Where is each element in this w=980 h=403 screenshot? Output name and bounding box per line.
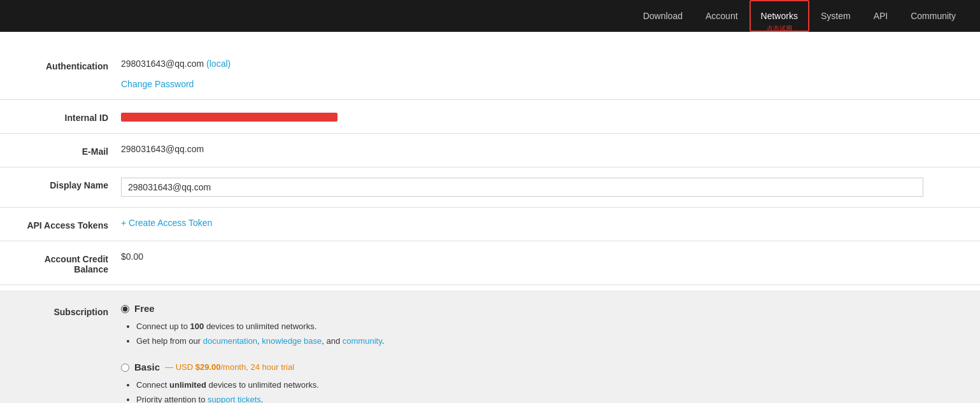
nav-download[interactable]: Download (632, 0, 694, 32)
plan-basic-price: — USD $29.00/month, 24 hour trial (165, 362, 294, 372)
plan-basic-features: Connect unlimited devices to unlimited n… (121, 378, 967, 403)
plan-free-features: Connect up to 100 devices to unlimited n… (121, 319, 967, 349)
nav-system[interactable]: System (809, 0, 862, 32)
main-content: Authentication 298031643@qq.com (local) … (0, 32, 980, 403)
nav-account[interactable]: Account (694, 0, 749, 32)
plan-basic-header: Basic — USD $29.00/month, 24 hour trial (121, 362, 967, 372)
plan-basic-feature-2: Priority attention to support tickets. (136, 392, 967, 403)
credit-balance-value: $0.00 (121, 251, 967, 262)
plan-basic: Basic — USD $29.00/month, 24 hour trial … (121, 362, 967, 403)
api-access-tokens-row: API Access Tokens + Create Access Token (0, 210, 980, 238)
nav-api[interactable]: API (862, 0, 900, 32)
plan-basic-feature-1: Connect unlimited devices to unlimited n… (136, 378, 967, 392)
email-row: E-Mail 298031643@qq.com (0, 136, 980, 164)
display-name-input[interactable] (121, 178, 923, 197)
community-link[interactable]: community (343, 336, 382, 346)
change-password-link[interactable]: Change Password (121, 79, 194, 89)
email-value: 298031643@qq.com (121, 144, 967, 154)
email-label: E-Mail (13, 144, 121, 157)
api-access-tokens-value: + Create Access Token (121, 218, 967, 228)
internal-id-redacted (121, 113, 337, 122)
nav-networks[interactable]: Networks (749, 0, 809, 32)
internal-id-value (121, 110, 967, 122)
credit-balance-label: Account Credit Balance (13, 251, 121, 274)
authentication-label: Authentication (13, 59, 121, 71)
subscription-content: Free Connect up to 100 devices to unlimi… (121, 303, 967, 403)
internal-id-label: Internal ID (13, 110, 121, 123)
plan-free-feature-2: Get help from our documentation, knowled… (136, 334, 967, 348)
plan-free-radio[interactable] (121, 305, 129, 313)
authentication-row: Authentication 298031643@qq.com (local) … (0, 51, 980, 97)
nav-community[interactable]: Community (899, 0, 967, 32)
plan-free: Free Connect up to 100 devices to unlimi… (121, 303, 967, 349)
internal-id-row: Internal ID (0, 103, 980, 131)
auth-email: 298031643@qq.com (121, 59, 204, 69)
documentation-link[interactable]: documentation (203, 336, 257, 346)
subscription-section: Subscription Free Connect up to 100 devi… (0, 290, 980, 403)
subscription-inner: Subscription Free Connect up to 100 devi… (0, 303, 980, 403)
display-name-row: Display Name (0, 170, 980, 204)
knowledge-base-link[interactable]: knowledge base (262, 336, 322, 346)
auth-provider: (local) (206, 59, 231, 69)
plan-free-name: Free (134, 303, 155, 314)
plan-basic-radio[interactable] (121, 364, 129, 372)
display-name-label: Display Name (13, 178, 121, 190)
top-nav: Download Account Networks System API Com… (0, 0, 980, 32)
plan-free-header: Free (121, 303, 967, 314)
subscription-label: Subscription (13, 303, 121, 317)
plan-free-feature-1: Connect up to 100 devices to unlimited n… (136, 319, 967, 334)
create-access-token-link[interactable]: + Create Access Token (121, 218, 212, 228)
plan-basic-name: Basic (134, 362, 160, 372)
display-name-value (121, 178, 967, 197)
credit-balance-row: Account Credit Balance $0.00 (0, 244, 980, 282)
api-access-tokens-label: API Access Tokens (13, 218, 121, 230)
support-tickets-link[interactable]: support tickets (208, 395, 261, 403)
authentication-value: 298031643@qq.com (local) Change Password (121, 59, 967, 89)
